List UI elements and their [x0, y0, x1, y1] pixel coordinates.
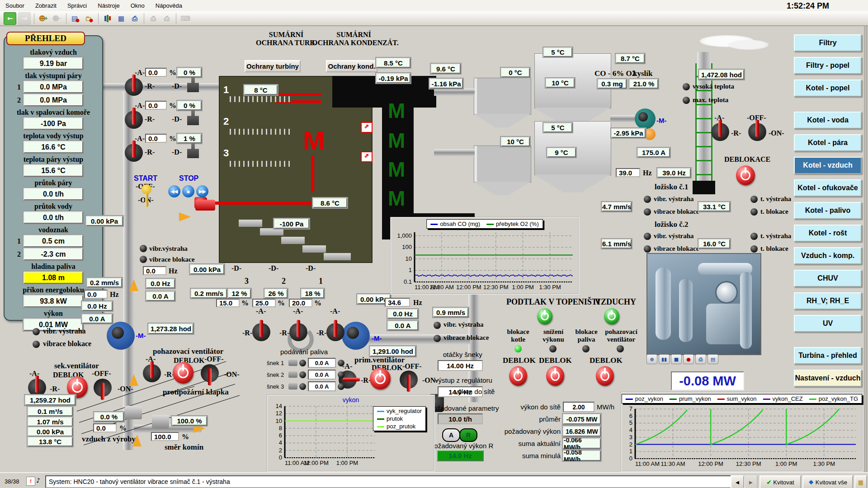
nav-button-vzduch-komp-[interactable]: Vzduch - komp. [794, 247, 862, 264]
auto-manual-knob[interactable] [711, 123, 729, 141]
kvitovat-vse-button[interactable]: ❖Kvitovat vše [802, 475, 853, 488]
menu-item-nápověda[interactable]: Nápověda [150, 1, 188, 10]
pipe [434, 149, 475, 156]
menu-item-soubor[interactable]: Soubor [0, 1, 30, 10]
deblok-button[interactable] [370, 368, 391, 389]
auto-manual-knob[interactable] [326, 323, 344, 341]
add-user-icon[interactable]: ☻+ [38, 13, 49, 24]
freq-input[interactable]: 0.0 [84, 290, 108, 299]
stop-button[interactable]: ■ [182, 185, 194, 197]
key-switch[interactable] [142, 184, 151, 194]
keyboard-icon[interactable]: ⌨ [179, 13, 191, 24]
auto-manual-knob[interactable] [252, 323, 270, 341]
on-off-knob[interactable] [400, 371, 418, 389]
auto-manual-knob[interactable] [28, 379, 46, 397]
regulator-pill-button[interactable]: R [459, 428, 477, 442]
nav-button-kotel-ro-t[interactable]: Kotel - rošt [794, 225, 862, 242]
nav-button-kotel-vzduch[interactable]: Kotel - vzduch [794, 157, 862, 174]
alarm-report-icon[interactable]: ▤● [70, 13, 81, 24]
power-input[interactable]: 2.00 [563, 402, 594, 412]
auto-manual-knob[interactable] [125, 78, 143, 96]
zoom-in-icon[interactable]: ⊕ [646, 354, 657, 364]
save-icon[interactable]: ▤ [708, 354, 718, 364]
nav-button-kotel-palivo[interactable]: Kotel - palivo [794, 202, 862, 219]
auto-manual-knob[interactable] [143, 364, 161, 382]
auto-manual-knob[interactable] [125, 111, 143, 129]
nav-button-filtry-popel[interactable]: Filtry - popel [794, 57, 862, 74]
auto-pill-button[interactable]: A [442, 428, 460, 442]
vzduchy-on-button[interactable] [604, 308, 619, 324]
auto-manual-knob[interactable] [125, 144, 143, 162]
primvent-title: prim.ventilátor [354, 356, 405, 365]
vibration-field: 4.7 mm/s [602, 202, 632, 211]
forward-button[interactable]: ▶▶ [196, 185, 208, 197]
nav-button-chuv[interactable]: CHUV [794, 270, 862, 287]
damper-input[interactable]: 0.0 [145, 101, 167, 110]
ochrany-kond-button[interactable]: Ochrany kond. [326, 60, 377, 72]
freq-input[interactable]: 39.0 [616, 168, 640, 177]
nav-button-filtry[interactable]: Filtry [794, 34, 862, 52]
damper-input[interactable]: 25.0 [252, 299, 276, 307]
svg-text:12:00 PM: 12:00 PM [303, 460, 329, 466]
menu-item-nástroje[interactable]: Nástroje [92, 1, 125, 10]
pause-icon[interactable]: ▮▮ [659, 354, 670, 364]
chart-icon[interactable] [102, 13, 113, 24]
print-icon[interactable]: ⎙ [147, 13, 159, 24]
print-icon[interactable]: ⎙ [695, 354, 706, 364]
menu-item-zobrazit[interactable]: Zobrazit [30, 1, 62, 10]
deblok-button[interactable] [596, 366, 614, 386]
alarm-icon[interactable]: ! [26, 477, 35, 486]
forward-icon[interactable]: → [18, 12, 31, 25]
deblok-button[interactable] [173, 362, 193, 384]
freq-field: 39.0 Hz [657, 168, 691, 178]
print-report-icon[interactable]: ⎙ [129, 13, 141, 24]
freq-input[interactable]: 0.0 [143, 266, 166, 275]
svg-text:7: 7 [629, 405, 632, 412]
alarm-folder-icon[interactable]: 🗀● [83, 13, 95, 24]
kvitovat-button[interactable]: ✔Kvitovat [760, 475, 801, 488]
remove-user-icon[interactable]: ☻− [51, 13, 63, 24]
prev-alarm-button[interactable]: ◄ [731, 475, 744, 488]
power-value: -0.058 MW/h [563, 450, 601, 461]
print-preview-icon[interactable]: ⎙ [161, 13, 173, 24]
snek-led [299, 383, 306, 390]
alarm-list-button[interactable]: ▦ [854, 475, 867, 488]
stop-icon[interactable]: ■ [671, 354, 682, 364]
damper-input[interactable]: 0.0 [145, 68, 167, 77]
nav-scrollbar[interactable] [863, 26, 868, 472]
nav-button-turb-na-p-ehled[interactable]: Turbína - přehled [794, 347, 862, 364]
deblok-button[interactable] [509, 366, 527, 386]
nav-button-nastaven-vzduch[interactable]: Nastavení - vzduch [794, 370, 862, 387]
nav-button-kotel-voda[interactable]: Kotel - voda [794, 112, 862, 129]
next-alarm-button[interactable]: ► [744, 475, 758, 488]
legend-color-dash [430, 224, 438, 225]
damper-input[interactable]: 15.0 [216, 299, 240, 307]
back-icon[interactable]: ← [4, 12, 16, 25]
damper-input[interactable]: 0.0 [145, 134, 167, 143]
freq-input[interactable]: 34.6 [385, 298, 410, 307]
record-icon[interactable]: ● [683, 354, 694, 364]
table-icon[interactable]: ▦ [115, 13, 127, 24]
on-off-knob[interactable] [748, 123, 766, 141]
nav-button-kotel-popel[interactable]: Kotel - popel [794, 80, 862, 97]
nav-button-rh-v-rh-e[interactable]: RH_V; RH_E [794, 292, 862, 310]
deblokace-button[interactable] [736, 165, 755, 185]
nav-button-uv[interactable]: UV [794, 315, 862, 332]
ochrany-turbiny-button[interactable]: Ochrany turbíny [245, 60, 301, 72]
damper-input[interactable]: 0.0 [93, 423, 117, 432]
nav-button-kotel-p-ra[interactable]: Kotel - pára [794, 134, 862, 151]
menu-item-správci[interactable]: Správci [62, 1, 92, 10]
deblok-label: DEBLOK [590, 356, 623, 365]
on-off-knob[interactable] [94, 379, 112, 397]
auto-manual-knob[interactable] [289, 323, 307, 341]
sound-icon[interactable]: ♪ [36, 477, 42, 485]
menu-item-okno[interactable]: Okno [125, 1, 150, 10]
temp-field: 13.8 °C [28, 437, 73, 446]
nav-button-kotel-ofukova-e[interactable]: Kotel - ofukovače [794, 179, 862, 197]
deblok-button[interactable] [546, 366, 564, 386]
damper-input[interactable]: 20.0 [289, 299, 312, 307]
on-off-knob[interactable] [201, 364, 219, 382]
rewind-button[interactable]: ◀◀ [168, 185, 180, 197]
podtlak-on-button[interactable] [537, 308, 552, 324]
damper-input[interactable]: 100.0 [151, 432, 179, 441]
